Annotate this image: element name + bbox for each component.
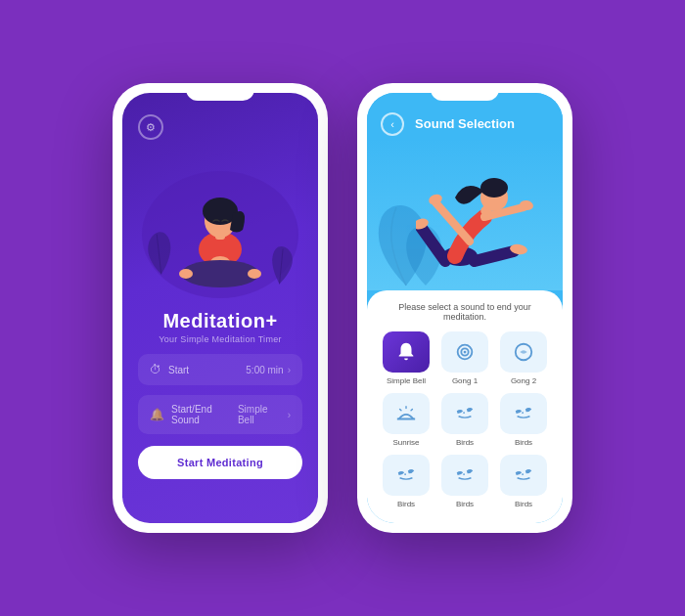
sound-row[interactable]: 🔔 Start/End Sound Simple Bell ›	[138, 395, 302, 434]
sound-chevron-icon: ›	[288, 410, 291, 420]
svg-point-28	[522, 412, 524, 414]
birds4-label: Birds	[456, 500, 474, 508]
birds5-icon-box	[500, 455, 547, 496]
gong1-icon	[454, 341, 476, 363]
birds1-icon	[454, 403, 476, 424]
sound-item-simple-bell[interactable]: Simple Bell	[381, 331, 432, 385]
notch-1	[186, 83, 254, 101]
svg-line-15	[435, 202, 470, 242]
sound-prompt: Please select a sound to end your medita…	[381, 302, 549, 322]
back-button[interactable]: ‹	[381, 112, 404, 136]
back-icon: ‹	[390, 118, 394, 130]
svg-line-10	[421, 227, 445, 261]
screen-title: Sound Selection	[415, 116, 515, 131]
sound-item-gong2[interactable]: Gong 2	[498, 331, 549, 385]
sunrise-icon	[395, 403, 417, 424]
sound-item-birds1[interactable]: Birds	[439, 393, 490, 447]
birds1-label: Birds	[456, 438, 474, 447]
gong2-label: Gong 2	[511, 376, 536, 385]
svg-point-30	[463, 473, 465, 475]
birds2-label: Birds	[515, 438, 532, 447]
birds4-icon-box	[441, 455, 488, 496]
birds5-icon	[513, 464, 534, 486]
start-value: 5:00 min	[246, 365, 283, 375]
svg-point-24	[464, 351, 467, 354]
sound-item-birds2[interactable]: Birds	[498, 393, 549, 447]
sunrise-label: Sunrise	[392, 438, 419, 447]
bell-icon: 🔔	[150, 408, 164, 421]
bell-icon	[395, 341, 417, 363]
sound-item-birds3[interactable]: Birds	[381, 455, 432, 508]
app-subtitle: Your Simple Meditation Timer	[159, 334, 282, 344]
sound-item-gong1[interactable]: Gong 1	[439, 331, 490, 385]
meditation-illustration	[122, 93, 318, 298]
svg-point-6	[248, 269, 261, 279]
birds1-icon-box	[441, 393, 488, 434]
yoga-figure	[416, 144, 543, 290]
yoga-illustration	[367, 139, 563, 290]
svg-line-11	[475, 251, 514, 261]
gong1-icon-box	[441, 331, 488, 373]
phone1-content: Meditation+ Your Simple Meditation Timer…	[122, 298, 318, 491]
gong1-label: Gong 1	[452, 376, 478, 385]
birds4-icon	[454, 464, 476, 486]
sound-value: Simple Bell	[238, 404, 284, 425]
svg-point-31	[522, 473, 524, 475]
svg-point-21	[480, 178, 508, 198]
start-row[interactable]: ⏱ Start 5:00 min ›	[138, 354, 302, 385]
sunrise-icon-box	[383, 393, 430, 434]
phone2-screen: ‹ Sound Selection	[367, 93, 563, 523]
simple-bell-icon-box	[383, 331, 430, 373]
start-label: Start	[168, 365, 189, 375]
birds3-icon-box	[383, 455, 430, 496]
sound-grid: Simple Bell Gong 1	[381, 331, 549, 508]
birds2-icon-box	[500, 393, 547, 434]
meditation-figure	[166, 176, 274, 293]
birds2-icon	[513, 403, 534, 424]
app-title: Meditation+	[162, 310, 277, 332]
sound-item-birds5[interactable]: Birds	[498, 455, 549, 508]
sound-label: Start/End Sound	[171, 404, 238, 425]
gong2-icon	[513, 341, 534, 363]
sound-item-sunrise[interactable]: Sunrise	[381, 393, 432, 447]
start-chevron-icon: ›	[288, 365, 291, 375]
birds3-icon	[395, 464, 417, 486]
birds3-label: Birds	[397, 500, 415, 508]
gong2-icon-box	[500, 331, 547, 373]
notch-2	[431, 83, 499, 101]
sound-item-birds4[interactable]: Birds	[439, 455, 490, 508]
svg-point-27	[463, 412, 465, 414]
phone-2: ‹ Sound Selection	[357, 83, 572, 533]
svg-point-5	[179, 269, 193, 279]
birds5-label: Birds	[515, 500, 532, 508]
clock-icon: ⏱	[150, 363, 161, 376]
svg-point-29	[404, 473, 406, 475]
simple-bell-label: Simple Bell	[387, 376, 426, 385]
start-meditating-button[interactable]: Start Meditating	[138, 446, 302, 479]
phone1-screen: ⚙	[122, 93, 318, 523]
phone2-bottom: Please select a sound to end your medita…	[367, 290, 563, 523]
phone-1: ⚙	[113, 83, 328, 533]
